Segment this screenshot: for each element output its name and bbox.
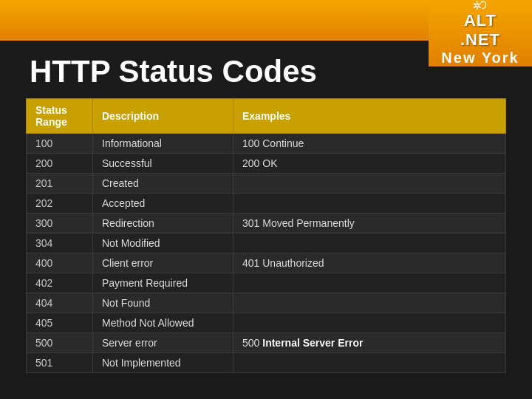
cell-example	[233, 233, 506, 253]
cell-range: 100	[27, 134, 93, 154]
cell-example	[233, 293, 506, 313]
table-row: 501Not Implemented	[27, 353, 506, 373]
logo-icon	[462, 0, 499, 11]
cell-range: 405	[27, 313, 93, 333]
table-row: 200Successful200 OK	[27, 154, 506, 174]
cell-range: 500	[27, 333, 93, 353]
cell-description: Not Modified	[93, 233, 233, 253]
cell-description: Server error	[93, 333, 233, 353]
cell-range: 501	[27, 353, 93, 373]
col-header-examples: Examples	[233, 99, 506, 134]
table-header-row: Status Range Description Examples	[27, 99, 506, 134]
cell-example	[233, 194, 506, 214]
logo-text-alt: ALT	[464, 11, 497, 30]
cell-range: 300	[27, 214, 93, 233]
table-row: 400Client error401 Unauthorized	[27, 253, 506, 273]
cell-range: 202	[27, 194, 93, 214]
cell-example	[233, 273, 506, 293]
table-row: 201Created	[27, 174, 506, 194]
logo-text-net: .NET	[460, 30, 500, 50]
table-row: 404Not Found	[27, 293, 506, 313]
svg-point-3	[476, 4, 478, 7]
cell-description: Method Not Allowed	[93, 313, 233, 333]
table-row: 304Not Modified	[27, 233, 506, 253]
cell-example: 401 Unauthorized	[233, 253, 506, 273]
logo-area: ALT .NET New York	[429, 0, 532, 66]
cell-range: 304	[27, 233, 93, 253]
cell-description: Client error	[93, 253, 233, 273]
cell-description: Payment Required	[93, 273, 233, 293]
table-row: 202Accepted	[27, 194, 506, 214]
cell-description: Informational	[93, 134, 233, 154]
http-status-table: Status Range Description Examples 100Inf…	[26, 98, 506, 373]
table-row: 405Method Not Allowed	[27, 313, 506, 333]
logo-city: New York	[441, 50, 519, 66]
table-container: Status Range Description Examples 100Inf…	[26, 98, 506, 373]
cell-example: 500 Internal Server Error	[233, 333, 506, 353]
table-row: 100Informational100 Continue	[27, 134, 506, 154]
table-row: 402Payment Required	[27, 273, 506, 293]
cell-description: Successful	[93, 154, 233, 174]
cell-description: Accepted	[93, 194, 233, 214]
cell-example: 301 Moved Permanently	[233, 214, 506, 233]
col-header-range: Status Range	[27, 99, 93, 134]
cell-example: 200 OK	[233, 154, 506, 174]
cell-description: Created	[93, 174, 233, 194]
cell-example	[233, 313, 506, 333]
cell-example: 100 Continue	[233, 134, 506, 154]
cell-description: Not Found	[93, 293, 233, 313]
table-row: 500Server error500 Internal Server Error	[27, 333, 506, 353]
cell-description: Not Implemented	[93, 353, 233, 373]
cell-range: 402	[27, 273, 93, 293]
table-row: 300Redirection301 Moved Permanently	[27, 214, 506, 233]
col-header-description: Description	[93, 99, 233, 134]
cell-range: 400	[27, 253, 93, 273]
cell-example	[233, 353, 506, 373]
cell-range: 201	[27, 174, 93, 194]
cell-example	[233, 174, 506, 194]
cell-description: Redirection	[93, 214, 233, 233]
cell-range: 404	[27, 293, 93, 313]
cell-range: 200	[27, 154, 93, 174]
